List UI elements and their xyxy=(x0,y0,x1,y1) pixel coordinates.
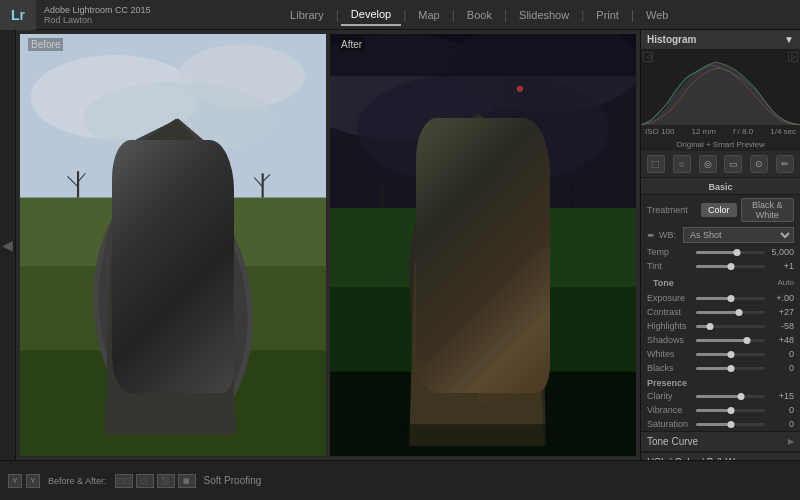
exposure-thumb[interactable] xyxy=(727,295,734,302)
blacks-slider-row: Blacks 0 xyxy=(641,361,800,375)
color-btn[interactable]: Color xyxy=(701,203,737,217)
nav-sep6: | xyxy=(631,8,634,22)
app-info: Adobe Lightroom CC 2015 Rod Lawton xyxy=(36,3,159,27)
exposure-label: Exposure xyxy=(647,293,693,303)
temp-thumb[interactable] xyxy=(734,249,741,256)
meta-iso: ISO 100 xyxy=(645,127,674,136)
svg-marker-35 xyxy=(436,176,478,245)
view-single-btn[interactable]: ⬛ xyxy=(157,474,175,488)
nav-library[interactable]: Library xyxy=(280,5,334,25)
tint-slider-row: Tint +1 xyxy=(641,259,800,273)
basic-section-label: Basic xyxy=(641,178,800,195)
shadows-track[interactable] xyxy=(696,339,765,342)
whites-fill xyxy=(696,353,731,356)
tint-thumb[interactable] xyxy=(728,263,735,270)
saturation-track[interactable] xyxy=(696,423,765,426)
user-name: Rod Lawton xyxy=(44,15,151,25)
shadows-thumb[interactable] xyxy=(744,337,751,344)
before-image xyxy=(20,34,326,456)
highlights-thumb[interactable] xyxy=(707,323,714,330)
svg-marker-37 xyxy=(451,234,483,297)
redeye-tool[interactable]: ◎ xyxy=(699,155,717,173)
vibrance-thumb[interactable] xyxy=(727,407,734,414)
exposure-slider-row: Exposure +.00 xyxy=(641,291,800,305)
wb-eyedropper[interactable]: ✒ xyxy=(647,230,655,241)
contrast-track[interactable] xyxy=(696,311,765,314)
radial-filter-tool[interactable]: ⊙ xyxy=(750,155,768,173)
temp-track[interactable] xyxy=(696,251,765,254)
nav-book[interactable]: Book xyxy=(457,5,502,25)
tone-curve-arrow: ▶ xyxy=(788,437,794,446)
nav-web[interactable]: Web xyxy=(636,5,678,25)
view-left-right-btn[interactable]: ⬚⬚ xyxy=(115,474,133,488)
blacks-track[interactable] xyxy=(696,367,765,370)
nav-sep1: | xyxy=(336,8,339,22)
svg-point-23 xyxy=(517,86,523,92)
nav-slideshow[interactable]: Slideshow xyxy=(509,5,579,25)
vibrance-label: Vibrance xyxy=(647,405,693,415)
image-panels: Before xyxy=(16,30,640,460)
svg-marker-17 xyxy=(136,161,173,224)
clarity-fill xyxy=(696,395,741,398)
temp-label: Temp xyxy=(647,247,693,257)
presence-divider: Presence xyxy=(641,375,800,389)
shadow-clipping-btn[interactable]: ◁ xyxy=(643,52,653,62)
highlight-clipping-btn[interactable]: ▷ xyxy=(788,52,798,62)
tint-label: Tint xyxy=(647,261,693,271)
blacks-label: Blacks xyxy=(647,363,693,373)
adjustment-brush-tool[interactable]: ✏ xyxy=(776,155,794,173)
clarity-track[interactable] xyxy=(696,395,765,398)
clarity-thumb[interactable] xyxy=(737,393,744,400)
whites-value: 0 xyxy=(768,349,794,359)
nav-print[interactable]: Print xyxy=(586,5,629,25)
clarity-value: +15 xyxy=(768,391,794,401)
tone-auto-btn[interactable]: Auto xyxy=(778,278,794,287)
contrast-slider-row: Contrast +27 xyxy=(641,305,800,319)
redo-btn[interactable]: Y xyxy=(26,474,40,488)
svg-point-3 xyxy=(83,81,273,155)
tint-track[interactable] xyxy=(696,265,765,268)
nav-sep5: | xyxy=(581,8,584,22)
nav-map[interactable]: Map xyxy=(408,5,449,25)
tone-curve-section[interactable]: Tone Curve ▶ xyxy=(641,431,800,452)
view-split-btn[interactable]: ▦ xyxy=(178,474,196,488)
highlights-value: -58 xyxy=(768,321,794,331)
hsl-section[interactable]: HSL / Color / B & W ▶ xyxy=(641,452,800,460)
meta-focal: 12 mm xyxy=(691,127,715,136)
wb-select[interactable]: As Shot Auto Daylight Cloudy xyxy=(683,227,794,243)
app-title: Adobe Lightroom CC 2015 xyxy=(44,5,151,15)
hsl-arrow: ▶ xyxy=(788,458,794,460)
before-label: Before xyxy=(28,38,63,51)
histogram-header[interactable]: Histogram ▼ xyxy=(641,30,800,50)
soft-proofing-btn[interactable]: Soft Proofing xyxy=(204,475,262,486)
histogram-meta: ISO 100 12 mm f / 8.0 1/4 sec xyxy=(641,125,800,138)
histogram-area: ◁ ▷ xyxy=(641,50,800,125)
spot-removal-tool[interactable]: ○ xyxy=(673,155,691,173)
svg-marker-38 xyxy=(472,308,525,403)
nav-menu: Library | Develop | Map | Book | Slidesh… xyxy=(159,4,800,26)
vibrance-track[interactable] xyxy=(696,409,765,412)
meta-aperture: f / 8.0 xyxy=(733,127,753,136)
view-top-bottom-btn[interactable]: ⬚ xyxy=(136,474,154,488)
contrast-fill xyxy=(696,311,739,314)
crop-tool[interactable]: ⬚ xyxy=(647,155,665,173)
highlights-label: Highlights xyxy=(647,321,693,331)
exposure-track[interactable] xyxy=(696,297,765,300)
highlights-track[interactable] xyxy=(696,325,765,328)
whites-thumb[interactable] xyxy=(727,351,734,358)
blacks-thumb[interactable] xyxy=(727,365,734,372)
undo-btn[interactable]: Y xyxy=(8,474,22,488)
wb-label: WB: xyxy=(659,230,679,240)
right-panel: Histogram ▼ ◁ ▷ xyxy=(640,30,800,460)
whites-slider-row: Whites 0 xyxy=(641,347,800,361)
contrast-thumb[interactable] xyxy=(736,309,743,316)
tint-fill xyxy=(696,265,731,268)
whites-track[interactable] xyxy=(696,353,765,356)
saturation-thumb[interactable] xyxy=(727,421,734,428)
left-panel-toggle[interactable]: ◀ xyxy=(0,30,16,460)
temp-fill xyxy=(696,251,737,254)
exposure-fill xyxy=(696,297,731,300)
graduated-filter-tool[interactable]: ▭ xyxy=(724,155,742,173)
bw-btn[interactable]: Black & White xyxy=(741,198,794,222)
nav-develop[interactable]: Develop xyxy=(341,4,401,26)
